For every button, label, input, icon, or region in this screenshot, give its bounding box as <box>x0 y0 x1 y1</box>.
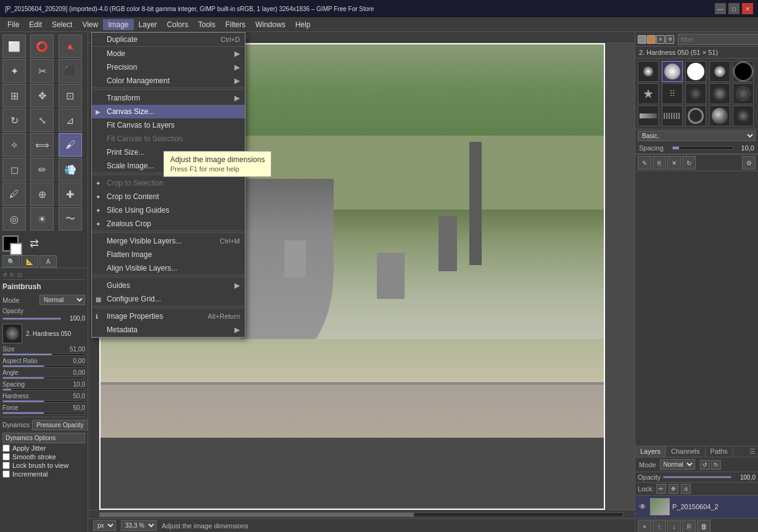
brush-cell-2[interactable] <box>662 61 683 82</box>
maximize-button[interactable]: □ <box>728 3 739 14</box>
tool-blur[interactable]: ◎ <box>2 207 26 231</box>
menu-metadata[interactable]: Metadata ▶ <box>92 323 245 337</box>
brush-cell-14[interactable] <box>709 105 730 126</box>
menu-flatten[interactable]: Flatten Image <box>92 248 245 261</box>
brush-cell-5[interactable] <box>733 61 754 82</box>
lock-alpha-button[interactable]: α <box>681 484 691 494</box>
menu-file[interactable]: File <box>2 19 24 30</box>
menu-merge-visible[interactable]: Merge Visible Layers... Ctrl+M <box>92 234 245 248</box>
menu-color-management[interactable]: Color Management ▶ <box>92 74 245 88</box>
lock-pixels-button[interactable]: ✏ <box>656 484 666 494</box>
lock-brush-checkbox[interactable] <box>2 462 10 469</box>
brush-delete-button[interactable]: ✕ <box>667 156 681 170</box>
menu-windows[interactable]: Windows <box>250 19 290 30</box>
brush-cell-15[interactable] <box>733 105 754 126</box>
menu-layer[interactable]: Layer <box>134 19 162 30</box>
menu-zealous-crop[interactable]: ✦ Zealous Crop <box>92 217 245 231</box>
scrollbar-track-h[interactable] <box>99 512 624 517</box>
menu-image[interactable]: Image <box>103 19 133 30</box>
brush-cell-4[interactable] <box>709 61 730 82</box>
tool-foreground-select[interactable]: ⬛ <box>59 59 82 83</box>
tool-eraser[interactable]: ◻ <box>2 158 26 181</box>
spacing-slider[interactable] <box>2 388 85 391</box>
layer-history-undo[interactable]: ↺ <box>700 460 710 470</box>
tool-airbrush[interactable]: 💨 <box>59 158 82 181</box>
menu-transform[interactable]: Transform ▶ <box>92 91 245 105</box>
brush-filter-input[interactable] <box>678 34 758 45</box>
layer-history-redo[interactable]: ↻ <box>711 460 721 470</box>
tool-ink[interactable]: 🖊 <box>2 182 26 206</box>
menu-fit-canvas-selection[interactable]: Fit Canvas to Selection <box>92 132 245 145</box>
lock-position-button[interactable]: ✥ <box>669 484 678 494</box>
brush-cell-3[interactable] <box>685 61 706 82</box>
brush-spacing-bar[interactable] <box>672 146 733 150</box>
brush-preview[interactable] <box>2 324 22 343</box>
brush-cell-12[interactable] <box>662 105 683 126</box>
layer-row-1[interactable]: 👁 P_20150604_2 <box>635 496 758 518</box>
panel-icon-3[interactable]: A <box>656 35 665 44</box>
tab-layers[interactable]: Layers <box>635 446 666 457</box>
tool-pencil[interactable]: ✏ <box>30 158 54 181</box>
brush-cell-6[interactable]: ★ <box>638 83 659 104</box>
brush-category-select[interactable]: Basic, <box>638 131 756 141</box>
measure-tool[interactable]: 📐 <box>21 255 38 268</box>
brush-refresh-button[interactable]: ↻ <box>682 156 696 170</box>
panel-icon-2[interactable] <box>647 35 656 44</box>
swap-colors[interactable]: ⇄ <box>30 237 39 250</box>
dynamics-select[interactable]: Pressure Opacity <box>32 420 88 430</box>
mode-select[interactable]: Normal <box>39 295 85 305</box>
tool-flip[interactable]: ⟺ <box>30 133 54 157</box>
brush-cell-8[interactable] <box>685 83 706 104</box>
tool-dodge-burn[interactable]: ☀ <box>30 207 54 231</box>
menu-duplicate[interactable]: Duplicate Ctrl+D <box>92 33 245 46</box>
apply-jitter-checkbox[interactable] <box>2 444 10 452</box>
zoom-select[interactable]: 33,3 % <box>121 520 157 531</box>
tool-heal[interactable]: ✚ <box>59 182 82 206</box>
menu-view[interactable]: View <box>77 19 103 30</box>
menu-scale-image[interactable]: Scale Image... <box>92 159 245 173</box>
layer-mode-select[interactable]: Normal <box>660 459 695 470</box>
layers-menu-button[interactable]: ☰ <box>747 446 758 457</box>
brush-edit-button[interactable]: ✎ <box>638 156 651 170</box>
menu-help[interactable]: Help <box>290 19 316 30</box>
new-layer-button[interactable]: + <box>638 520 651 532</box>
menu-canvas-size[interactable]: ▶ Canvas Size... <box>92 105 245 118</box>
unit-select[interactable]: px <box>93 520 116 531</box>
tool-fuzzy-select[interactable]: ✦ <box>2 59 26 83</box>
tool-perspective[interactable]: ⟡ <box>2 133 26 157</box>
menu-mode[interactable]: Mode ▶ <box>92 47 245 60</box>
horizontal-scrollbar[interactable] <box>88 510 635 518</box>
aspect-slider[interactable] <box>2 365 85 367</box>
menu-crop-selection[interactable]: ✦ Crop to Selection <box>92 176 245 190</box>
smooth-stroke-checkbox[interactable] <box>2 453 10 460</box>
panel-icon-4[interactable]: ⚙ <box>665 35 674 44</box>
menu-guides[interactable]: Guides ▶ <box>92 279 245 292</box>
menu-colors[interactable]: Colors <box>162 19 194 30</box>
tab-paths[interactable]: Paths <box>706 446 733 457</box>
menu-slice-guides[interactable]: ✦ Slice Using Guides <box>92 203 245 217</box>
tool-align[interactable]: ⊞ <box>2 84 26 107</box>
tool-scissors[interactable]: ✂ <box>30 59 54 83</box>
brush-cell-13[interactable] <box>685 105 706 126</box>
opacity-slider[interactable] <box>2 317 61 320</box>
brush-cell-7[interactable]: ⠿ <box>662 83 683 104</box>
delete-layer-button[interactable]: 🗑 <box>697 520 711 532</box>
raise-layer-button[interactable]: ↑ <box>653 520 666 532</box>
brush-cell-1[interactable] <box>638 61 659 82</box>
size-slider[interactable] <box>2 353 85 356</box>
menu-configure-grid[interactable]: ▦ Configure Grid... <box>92 292 245 306</box>
menu-crop-content[interactable]: ✦ Crop to Content <box>92 190 245 203</box>
hardness-slider[interactable] <box>2 400 85 403</box>
minimize-button[interactable]: — <box>715 3 726 14</box>
brush-new-button[interactable]: ⚙ <box>742 156 756 170</box>
incremental-checkbox[interactable] <box>2 470 10 478</box>
brush-cell-11[interactable] <box>638 105 659 126</box>
tool-crop[interactable]: ⊡ <box>59 84 82 107</box>
menu-select[interactable]: Select <box>47 19 77 30</box>
close-button[interactable]: ✕ <box>742 3 753 14</box>
menu-print-size[interactable]: Print Size... <box>92 145 245 159</box>
dynamics-options-button[interactable]: Dynamics Options <box>2 433 85 443</box>
panel-icon-1[interactable] <box>638 35 646 44</box>
tool-paintbrush[interactable]: 🖌 <box>59 133 82 157</box>
tool-scale[interactable]: ⤡ <box>30 108 54 132</box>
